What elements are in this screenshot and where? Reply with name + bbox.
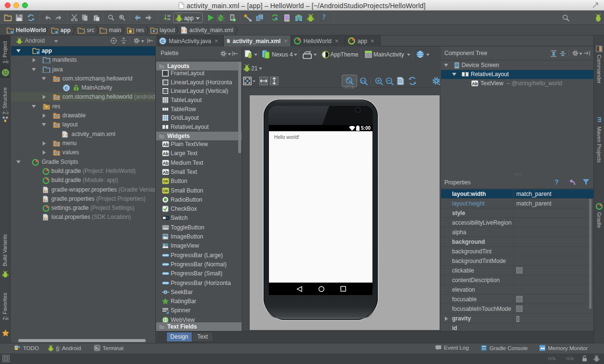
- svg-text:Ab: Ab: [472, 81, 478, 86]
- svg-text:Ab: Ab: [163, 170, 169, 175]
- svg-text:C: C: [65, 85, 68, 91]
- svg-text:OK: OK: [163, 189, 169, 193]
- svg-text:OK: OK: [163, 179, 169, 183]
- svg-text:Ab: Ab: [163, 161, 169, 166]
- svg-text:1:1: 1:1: [361, 80, 366, 83]
- svg-text:C: C: [161, 38, 164, 44]
- svg-text:Ab: Ab: [163, 151, 169, 156]
- svg-text:Ab: Ab: [163, 142, 169, 147]
